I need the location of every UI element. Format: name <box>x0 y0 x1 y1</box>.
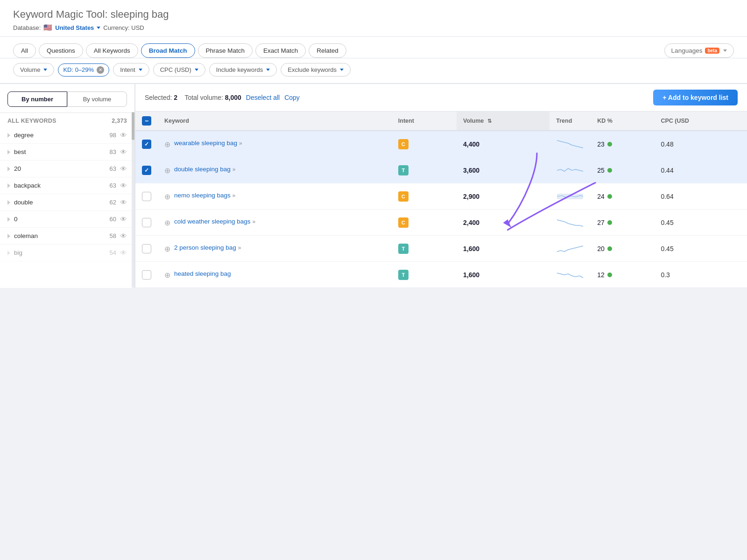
keyword-link[interactable]: double sleeping bag <box>174 166 231 173</box>
sidebar-item-0[interactable]: 0 60 👁 <box>0 211 134 228</box>
sidebar-item-double[interactable]: double 62 👁 <box>0 194 134 211</box>
kd-value: 25 <box>597 167 605 174</box>
kd-filter[interactable]: KD: 0–29% ✕ <box>58 63 109 77</box>
tab-broad-match[interactable]: Broad Match <box>141 43 195 58</box>
eye-icon[interactable]: 👁 <box>120 249 127 257</box>
trend-chart <box>556 137 584 150</box>
kd-dot-icon <box>607 168 612 173</box>
navigate-arrows-icon[interactable]: » <box>233 166 236 173</box>
row6-keyword-cell: ⊕ heated sleeping bag <box>158 262 392 288</box>
toggle-by-volume[interactable]: By volume <box>67 91 127 107</box>
header: Keyword Magic Tool: sleeping bag Databas… <box>0 0 747 37</box>
navigate-arrows-icon[interactable]: » <box>233 192 236 199</box>
include-keywords-filter[interactable]: Include keywords <box>209 63 277 77</box>
row5-checkbox[interactable] <box>142 244 151 253</box>
row2-checkbox[interactable] <box>142 166 151 175</box>
languages-dropdown[interactable]: Languages beta <box>664 43 734 58</box>
row1-checkbox[interactable] <box>142 140 151 149</box>
row1-trend-cell <box>550 131 591 157</box>
tab-all-keywords[interactable]: All Keywords <box>86 43 138 58</box>
eye-icon[interactable]: 👁 <box>120 232 127 240</box>
eye-icon[interactable]: 👁 <box>120 131 127 139</box>
th-volume[interactable]: Volume ⇅ <box>457 112 550 131</box>
sidebar-item-backpack[interactable]: backpack 63 👁 <box>0 177 134 194</box>
languages-label: Languages <box>671 47 703 54</box>
volume-header-label: Volume <box>463 118 484 124</box>
volume-sort-icon[interactable]: ⇅ <box>487 118 492 124</box>
sidebar-col1-header: All keywords <box>7 118 56 124</box>
row3-intent-cell: C <box>392 183 457 210</box>
th-keyword: Keyword <box>158 112 392 131</box>
navigate-arrows-icon[interactable]: » <box>252 218 255 225</box>
volume-filter-label: Volume <box>20 66 40 73</box>
add-keyword-icon[interactable]: ⊕ <box>164 166 170 175</box>
table-row: ⊕ wearable sleeping bag » C <box>135 131 747 157</box>
row4-checkbox[interactable] <box>142 218 151 227</box>
volume-filter[interactable]: Volume <box>13 63 54 77</box>
deselect-all-link[interactable]: Deselect all <box>246 94 280 101</box>
sidebar-item-label: big <box>14 249 22 256</box>
sidebar-item-20[interactable]: 20 63 👁 <box>0 161 134 177</box>
navigate-arrows-icon[interactable]: » <box>239 140 242 147</box>
filters-section: Volume KD: 0–29% ✕ Intent CPC (USD) Incl… <box>0 58 747 84</box>
volume-value: 4,400 <box>463 140 479 148</box>
database-dropdown[interactable]: United States <box>55 24 100 31</box>
sidebar-item-big[interactable]: big 54 👁 <box>0 245 134 261</box>
sidebar-item-best[interactable]: best 83 👁 <box>0 144 134 161</box>
row5-kd-cell: 20 <box>591 236 654 262</box>
exclude-keywords-label: Exclude keywords <box>288 66 337 73</box>
kd-filter-clear-icon[interactable]: ✕ <box>97 66 104 74</box>
add-keyword-icon[interactable]: ⊕ <box>164 192 170 201</box>
exclude-keywords-filter[interactable]: Exclude keywords <box>281 63 351 77</box>
trend-chart <box>556 163 584 176</box>
table-row: ⊕ heated sleeping bag T 1,600 <box>135 262 747 288</box>
tab-questions[interactable]: Questions <box>39 43 83 58</box>
add-keyword-icon[interactable]: ⊕ <box>164 140 170 149</box>
tab-all[interactable]: All <box>13 43 36 58</box>
sidebar-item-label: best <box>14 148 26 155</box>
keyword-link[interactable]: nemo sleeping bags <box>174 192 231 199</box>
row6-cpc-cell: 0.3 <box>654 262 747 288</box>
navigate-arrows-icon[interactable]: » <box>238 245 241 251</box>
eye-icon[interactable]: 👁 <box>120 198 127 206</box>
scroll-thumb[interactable] <box>132 112 134 140</box>
add-keyword-icon[interactable]: ⊕ <box>164 218 170 227</box>
keyword-link[interactable]: heated sleeping bag <box>174 270 231 277</box>
intent-badge: C <box>398 217 409 228</box>
sidebar-item-degree[interactable]: degree 98 👁 <box>0 127 134 144</box>
sidebar-item-coleman[interactable]: coleman 58 👁 <box>0 228 134 245</box>
expand-icon <box>7 183 10 188</box>
keyword-link[interactable]: cold weather sleeping bags <box>174 218 251 225</box>
sidebar-item-count: 58 <box>110 232 116 239</box>
kd-value: 20 <box>597 245 605 252</box>
eye-icon[interactable]: 👁 <box>120 165 127 173</box>
cpc-filter[interactable]: CPC (USD) <box>153 63 205 77</box>
copy-link[interactable]: Copy <box>284 94 300 101</box>
tab-phrase-match[interactable]: Phrase Match <box>198 43 253 58</box>
row5-cpc-cell: 0.45 <box>654 236 747 262</box>
add-keyword-icon[interactable]: ⊕ <box>164 271 170 280</box>
row2-trend-cell <box>550 157 591 183</box>
keywords-table-wrapper: − Keyword Intent Volume ⇅ Trend KD % CPC… <box>135 112 747 288</box>
select-all-checkbox[interactable]: − <box>142 116 151 126</box>
eye-icon[interactable]: 👁 <box>120 148 127 156</box>
add-keyword-icon[interactable]: ⊕ <box>164 245 170 253</box>
toggle-by-number[interactable]: By number <box>7 91 67 107</box>
keyword-link[interactable]: wearable sleeping bag <box>174 140 237 147</box>
header-subtitle: Database: 🇺🇸 United States Currency: USD <box>13 23 734 32</box>
database-label: Database: <box>13 24 41 31</box>
intent-badge: T <box>398 244 409 254</box>
row2-kd-cell: 25 <box>591 157 654 183</box>
add-to-keyword-list-button[interactable]: + Add to keyword list <box>653 90 738 105</box>
intent-filter[interactable]: Intent <box>113 63 149 77</box>
eye-icon[interactable]: 👁 <box>120 182 127 189</box>
intent-badge: C <box>398 191 409 202</box>
eye-icon[interactable]: 👁 <box>120 215 127 223</box>
th-intent: Intent <box>392 112 457 131</box>
tab-exact-match[interactable]: Exact Match <box>255 43 306 58</box>
tab-related[interactable]: Related <box>309 43 346 58</box>
row6-checkbox[interactable] <box>142 270 151 280</box>
row3-checkbox[interactable] <box>142 192 151 201</box>
row3-cpc-cell: 0.64 <box>654 183 747 210</box>
keyword-link[interactable]: 2 person sleeping bag <box>174 244 236 251</box>
